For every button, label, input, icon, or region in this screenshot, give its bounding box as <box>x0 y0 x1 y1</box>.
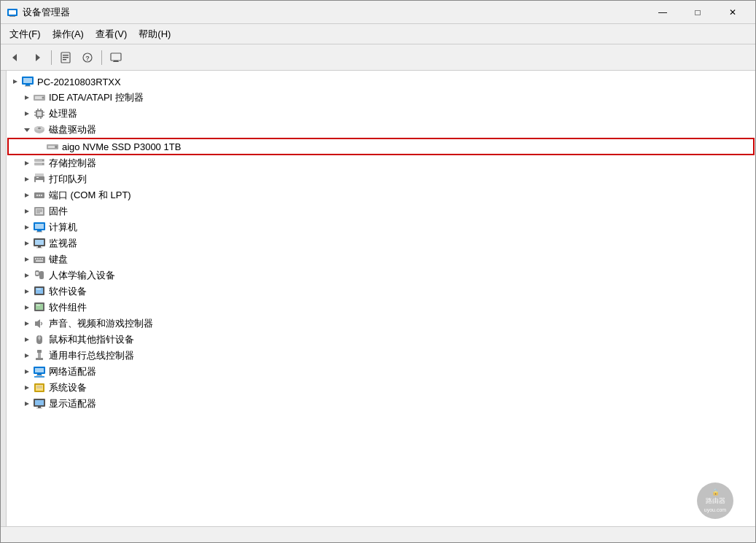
window-title: 设备管理器 <box>23 6 70 19</box>
svg-marker-88 <box>25 305 29 310</box>
list-item[interactable]: 系统设备 <box>7 380 755 396</box>
back-icon <box>9 52 21 63</box>
mouse-icon <box>33 333 46 346</box>
audio-label: 声音、视频和游戏控制器 <box>49 317 153 330</box>
expand-storage[interactable] <box>21 157 33 169</box>
network-icon <box>33 365 46 378</box>
expand-disk[interactable] <box>21 124 33 136</box>
watermark-line2: uyou.com <box>704 507 726 512</box>
list-item[interactable]: 计算机 <box>7 219 755 235</box>
list-item[interactable]: 通用串行总线控制器 <box>7 348 755 364</box>
list-item[interactable]: 声音、视频和游戏控制器 <box>7 316 755 332</box>
highlighted-disk-item[interactable]: aigo NVMe SSD P3000 1TB <box>8 138 754 155</box>
left-strip <box>1 71 7 526</box>
expand-serial[interactable] <box>21 350 33 362</box>
svg-rect-99 <box>37 350 42 353</box>
list-item[interactable]: 软件组件 <box>7 300 755 316</box>
list-item[interactable]: 软件设备 <box>7 284 755 300</box>
menu-help[interactable]: 帮助(H) <box>133 26 176 43</box>
tree-pane[interactable]: PC-20210803RTXX IDE ATA/ATAPI 控制器 <box>7 71 755 526</box>
list-item[interactable]: 鼠标和其他指针设备 <box>7 332 755 348</box>
forward-button[interactable] <box>27 47 47 68</box>
menu-action[interactable]: 操作(A) <box>47 26 90 43</box>
list-item[interactable]: 网络适配器 <box>7 364 755 380</box>
computer-icon <box>21 75 34 88</box>
expand-system[interactable] <box>21 382 33 394</box>
list-item[interactable]: 监视器 <box>7 235 755 251</box>
minimize-button[interactable]: — <box>646 1 679 23</box>
device-manager-window: 设备管理器 — □ ✕ 文件(F) 操作(A) 查看(V) 帮助(H) <box>0 0 756 543</box>
svg-marker-42 <box>25 161 29 165</box>
svg-rect-1 <box>9 10 16 15</box>
expand-audio[interactable] <box>21 318 33 329</box>
firmware-icon <box>33 205 46 218</box>
expand-hid[interactable] <box>21 270 33 281</box>
hid-label: 人体学输入设备 <box>49 269 115 282</box>
list-item[interactable]: 处理器 <box>7 106 755 122</box>
expand-pc[interactable] <box>21 222 33 233</box>
svg-rect-100 <box>38 353 41 359</box>
list-item[interactable]: 固件 <box>7 203 755 219</box>
list-item[interactable]: 键盘 <box>7 251 755 267</box>
sw-device-label: 软件设备 <box>49 285 87 298</box>
expand-firmware[interactable] <box>21 206 33 217</box>
svg-marker-68 <box>25 241 29 246</box>
sw-component-label: 软件组件 <box>49 301 87 314</box>
monitor-label: 监视器 <box>49 237 77 250</box>
expand-cpu[interactable] <box>21 108 33 120</box>
print-label: 打印队列 <box>49 173 87 186</box>
svg-marker-102 <box>25 370 29 374</box>
expand-sw-component[interactable] <box>21 302 33 313</box>
svg-point-54 <box>36 195 38 196</box>
svg-rect-65 <box>35 224 44 229</box>
svg-marker-84 <box>25 289 29 294</box>
expand-port[interactable] <box>21 190 33 201</box>
expand-mouse[interactable] <box>21 334 33 345</box>
expand-monitor[interactable] <box>21 238 33 249</box>
expand-print[interactable] <box>21 173 33 185</box>
svg-marker-47 <box>25 177 29 181</box>
svg-point-38 <box>38 128 41 129</box>
list-item[interactable]: 存储控制器 <box>7 155 755 171</box>
toolbar: ? <box>1 44 755 71</box>
help-button[interactable]: ? <box>77 47 98 68</box>
list-item[interactable]: 打印队列 <box>7 171 755 187</box>
svg-marker-92 <box>25 321 29 326</box>
svg-rect-75 <box>35 258 36 259</box>
expand-display[interactable] <box>21 398 33 410</box>
svg-rect-50 <box>36 180 43 184</box>
list-item[interactable]: 端口 (COM 和 LPT) <box>7 187 755 203</box>
back-button[interactable] <box>5 47 26 68</box>
list-item[interactable]: 人体学输入设备 <box>7 267 755 284</box>
scan-button[interactable] <box>106 47 126 68</box>
svg-rect-114 <box>35 400 44 405</box>
list-item[interactable]: 显示适配器 <box>7 396 755 412</box>
properties-icon <box>60 52 71 63</box>
forward-icon <box>31 52 43 63</box>
tree-root[interactable]: PC-20210803RTXX <box>7 74 755 90</box>
restore-button[interactable]: □ <box>681 1 714 23</box>
list-item[interactable]: IDE ATA/ATAPI 控制器 <box>7 90 755 106</box>
properties-button[interactable] <box>55 47 76 68</box>
svg-text:?: ? <box>85 55 90 62</box>
help-icon: ? <box>82 52 93 63</box>
ide-label: IDE ATA/ATAPI 控制器 <box>49 91 144 104</box>
expand-sw-device[interactable] <box>21 286 33 297</box>
menu-view[interactable]: 查看(V) <box>90 26 133 43</box>
menu-file[interactable]: 文件(F) <box>4 26 47 43</box>
svg-marker-52 <box>25 193 29 198</box>
close-button[interactable]: ✕ <box>716 1 749 23</box>
svg-rect-116 <box>36 408 42 409</box>
window-icon <box>7 7 18 18</box>
expand-ide[interactable] <box>21 92 33 103</box>
svg-marker-107 <box>25 386 29 390</box>
expand-keyboard[interactable] <box>21 254 33 265</box>
svg-rect-19 <box>25 86 31 87</box>
audio-icon <box>33 317 46 330</box>
cpu-icon <box>33 107 46 120</box>
svg-marker-63 <box>25 225 29 230</box>
root-expand[interactable] <box>9 76 21 87</box>
svg-rect-106 <box>36 375 42 376</box>
expand-network[interactable] <box>21 366 33 378</box>
list-item[interactable]: 磁盘驱动器 <box>7 122 755 138</box>
